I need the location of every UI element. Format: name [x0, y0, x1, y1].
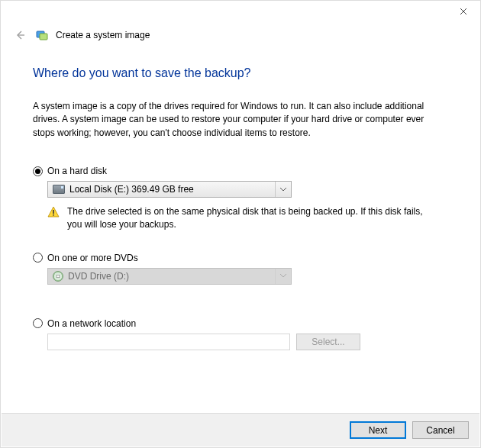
radio-hard-disk-label[interactable]: On a hard disk: [47, 166, 107, 176]
wizard-window: Create a system image Where do you want …: [0, 0, 481, 448]
back-arrow-icon: [14, 29, 26, 41]
system-image-icon: [36, 29, 48, 41]
next-button[interactable]: Next: [350, 421, 406, 439]
dvd-selected-value: DVD Drive (D:): [68, 271, 129, 282]
svg-rect-3: [53, 214, 54, 216]
close-icon: [460, 8, 467, 15]
back-button[interactable]: [11, 27, 28, 44]
titlebar: [1, 1, 480, 24]
option-hard-disk: On a hard disk Local Disk (E:) 369.49 GB…: [33, 166, 448, 231]
network-path-input[interactable]: [47, 334, 290, 350]
svg-rect-2: [53, 210, 54, 214]
wizard-footer: Next Cancel: [2, 413, 479, 446]
dvd-drive-select[interactable]: DVD Drive (D:): [47, 268, 292, 285]
close-button[interactable]: [446, 1, 480, 22]
hard-disk-warning: The drive selected is on the same physic…: [47, 205, 429, 231]
option-network: On a network location Select...: [33, 318, 448, 350]
wizard-title: Create a system image: [56, 30, 150, 40]
warning-icon: [47, 206, 60, 218]
hard-disk-selected-value: Local Disk (E:) 369.49 GB free: [69, 184, 194, 195]
radio-network[interactable]: [33, 318, 43, 328]
hard-disk-icon: [53, 185, 65, 194]
hard-disk-warning-text: The drive selected is on the same physic…: [67, 205, 429, 231]
svg-rect-1: [40, 34, 47, 40]
page-intro: A system image is a copy of the drives r…: [33, 100, 448, 140]
hard-disk-drive-select[interactable]: Local Disk (E:) 369.49 GB free: [47, 181, 292, 198]
wizard-header: Create a system image: [1, 24, 480, 44]
radio-hard-disk[interactable]: [33, 166, 43, 176]
option-dvd: On one or more DVDs DVD Drive (D:): [33, 253, 448, 285]
network-select-button[interactable]: Select...: [296, 334, 360, 350]
radio-network-label[interactable]: On a network location: [47, 318, 136, 329]
radio-dvd-label[interactable]: On one or more DVDs: [47, 253, 138, 263]
wizard-content: Where do you want to save the backup? A …: [1, 44, 480, 350]
page-heading: Where do you want to save the backup?: [33, 66, 448, 80]
cancel-button[interactable]: Cancel: [412, 421, 469, 439]
chevron-down-icon: [275, 182, 291, 197]
radio-dvd[interactable]: [33, 253, 43, 263]
dvd-icon: [53, 271, 63, 282]
chevron-down-icon: [275, 269, 291, 284]
